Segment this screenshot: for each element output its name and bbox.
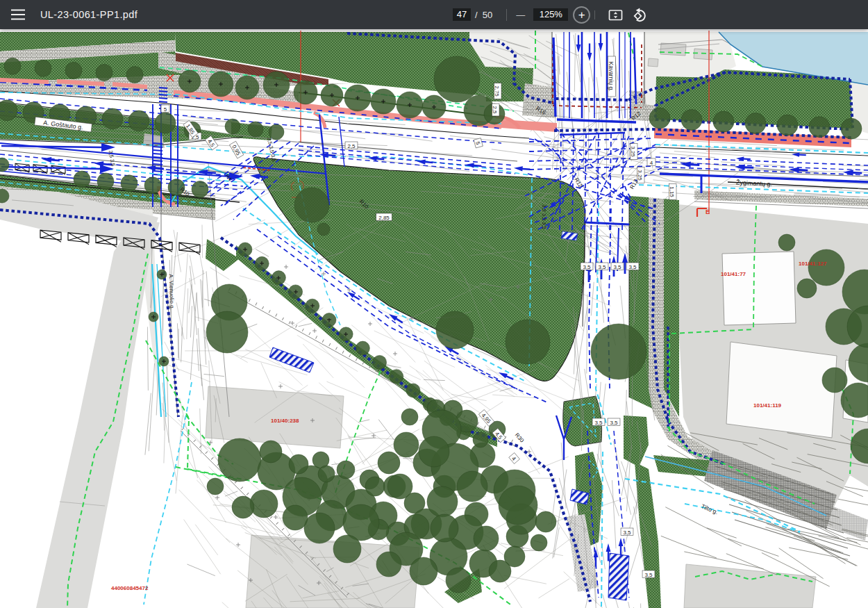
svg-text:3,25: 3,25 xyxy=(630,146,636,157)
svg-text:3,5: 3,5 xyxy=(610,420,618,426)
svg-text:A. Vienuolio g.: A. Vienuolio g. xyxy=(168,274,176,310)
svg-text:101/40:238: 101/40:238 xyxy=(271,418,299,424)
svg-text:3,5: 3,5 xyxy=(598,264,606,270)
svg-text:3,5: 3,5 xyxy=(623,529,631,536)
svg-text:3,5: 3,5 xyxy=(644,572,653,578)
svg-text:101/41:77: 101/41:77 xyxy=(721,271,746,277)
svg-text:3,5: 3,5 xyxy=(613,264,621,270)
svg-text:5: 5 xyxy=(164,106,167,113)
svg-text:2,85: 2,85 xyxy=(378,215,390,221)
svg-text:2,75: 2,75 xyxy=(494,85,500,97)
svg-text:3,25: 3,25 xyxy=(637,170,643,181)
svg-text:440060845472: 440060845472 xyxy=(111,585,149,591)
svg-text:3,5: 3,5 xyxy=(628,264,637,270)
svg-text:Kavarnių g.: Kavarnių g. xyxy=(608,62,615,92)
svg-text:4: 4 xyxy=(650,160,653,166)
svg-text:101/41:119: 101/41:119 xyxy=(753,402,782,409)
svg-text:3,5: 3,5 xyxy=(583,264,591,270)
svg-text:3,5 3,5 3,5: 3,5 3,5 3,5 xyxy=(541,204,547,229)
svg-text:1,15: 1,15 xyxy=(669,186,675,197)
svg-text:E: E xyxy=(706,208,710,215)
svg-text:2,5: 2,5 xyxy=(492,106,498,114)
svg-text:101/41:127: 101/41:127 xyxy=(799,261,827,267)
svg-text:2,5: 2,5 xyxy=(347,143,356,149)
svg-text:3,5: 3,5 xyxy=(594,420,603,426)
